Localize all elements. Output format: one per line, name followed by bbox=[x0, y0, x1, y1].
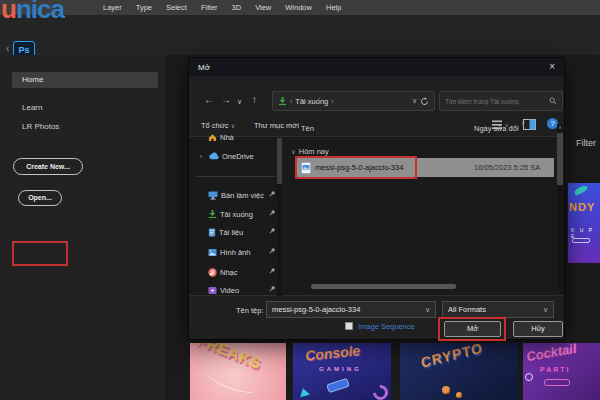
dialog-cancel-button[interactable]: Hủy bbox=[513, 321, 563, 337]
candy-title-fragment: NDY bbox=[569, 201, 595, 213]
breadcrumb-downloads[interactable]: Tải xuống bbox=[295, 97, 328, 106]
list-vertical-scrollbar[interactable]: ∧ bbox=[557, 124, 563, 290]
dialog-title: Mở bbox=[198, 63, 210, 72]
menu-item-layer[interactable]: Layer bbox=[96, 3, 129, 12]
back-chevron-icon[interactable]: ‹ bbox=[6, 43, 9, 54]
unica-logo: unica bbox=[1, 0, 64, 25]
pin-icon bbox=[268, 267, 276, 275]
tree-item-home[interactable]: Nhà bbox=[197, 129, 283, 145]
music-icon bbox=[208, 268, 217, 277]
open-button-annotation bbox=[438, 317, 506, 341]
filename-dropdown-icon[interactable]: ∨ bbox=[425, 306, 430, 314]
download-icon bbox=[208, 210, 217, 219]
console-title: Console bbox=[304, 343, 361, 364]
sidebar-item-home[interactable]: Home bbox=[12, 72, 158, 88]
create-new-button[interactable]: Create New... bbox=[13, 158, 83, 175]
image-sequence-label[interactable]: Image Sequence bbox=[358, 322, 415, 331]
crypto-title: CRYPTO bbox=[420, 343, 484, 371]
cocktail-ring-decoration bbox=[525, 373, 533, 381]
close-icon[interactable]: × bbox=[549, 62, 555, 72]
video-icon bbox=[208, 286, 217, 295]
pin-icon bbox=[268, 247, 276, 255]
nav-back-icon[interactable]: ← bbox=[204, 94, 214, 105]
menu-item-view[interactable]: View bbox=[248, 3, 278, 12]
tree-item-documents[interactable]: Tài liệu bbox=[197, 224, 283, 240]
downloads-icon bbox=[278, 97, 287, 106]
menu-item-select[interactable]: Select bbox=[159, 3, 194, 12]
breadcrumb-separator: › bbox=[331, 98, 333, 105]
open-button[interactable]: Open... bbox=[18, 190, 62, 206]
tree-divider bbox=[197, 176, 275, 177]
search-icon bbox=[549, 97, 557, 105]
image-sequence-checkbox[interactable] bbox=[345, 322, 353, 330]
document-icon bbox=[208, 228, 216, 237]
console-subtitle: GAMING bbox=[319, 366, 362, 372]
filename-input[interactable] bbox=[272, 305, 425, 314]
menu-item-window[interactable]: Window bbox=[278, 3, 319, 12]
sidebar-item-learn[interactable]: Learn bbox=[22, 103, 42, 112]
open-file-dialog: Mở × ← → ∨ ↑ › Tải xuống › ∨ Tổ chức ∨ T… bbox=[188, 57, 565, 340]
menu-item-filter[interactable]: Filter bbox=[194, 3, 225, 12]
open-button-annotation bbox=[12, 241, 68, 266]
cocktail-title: Cocktail bbox=[525, 343, 577, 364]
format-value: All Formats bbox=[448, 305, 543, 314]
menu-item-type[interactable]: Type bbox=[129, 3, 159, 12]
filename-label: Tên tệp: bbox=[236, 306, 264, 315]
crypto-coin-decoration bbox=[442, 386, 450, 394]
menu-item-3d[interactable]: 3D bbox=[225, 3, 249, 12]
menu-item-help[interactable]: Help bbox=[319, 3, 348, 12]
tree-item-videos[interactable]: Video bbox=[197, 282, 283, 298]
filter-label[interactable]: Filter bbox=[576, 138, 596, 148]
menu-bar: Layer Type Select Filter 3D View Window … bbox=[0, 0, 600, 15]
template-thumbnail-candy-mockup[interactable]: NDY K U P E bbox=[568, 183, 600, 263]
tree-item-downloads[interactable]: Tải xuống bbox=[197, 206, 283, 222]
tree-scrollbar[interactable] bbox=[277, 138, 282, 296]
console-moon-decoration bbox=[370, 382, 391, 400]
template-thumbnail-cocktail-party[interactable]: Cocktail PARTI bbox=[523, 343, 600, 400]
column-header-date-modified[interactable]: Ngày sửa đổi bbox=[474, 124, 519, 133]
expander-icon[interactable]: › bbox=[197, 153, 205, 160]
column-header-name[interactable]: Tên bbox=[301, 124, 314, 133]
image-icon bbox=[208, 248, 217, 257]
console-triangle-decoration bbox=[298, 387, 310, 397]
pin-icon bbox=[268, 190, 276, 198]
address-bar[interactable]: › Tải xuống › ∨ bbox=[272, 91, 435, 111]
address-dropdown-icon[interactable]: ∨ bbox=[412, 97, 417, 105]
nav-forward-icon[interactable]: → bbox=[221, 94, 231, 105]
group-header-today[interactable]: ∨Hôm nay bbox=[291, 147, 329, 156]
refresh-icon[interactable] bbox=[420, 97, 429, 106]
cloud-icon bbox=[208, 152, 219, 160]
console-phone-decoration bbox=[326, 378, 350, 393]
pin-icon bbox=[268, 285, 276, 293]
crypto-coin-decoration bbox=[456, 392, 462, 398]
pin-icon bbox=[268, 227, 276, 235]
tree-item-onedrive[interactable]: › OneDrive bbox=[197, 148, 283, 164]
house-icon bbox=[208, 133, 217, 142]
sidebar-item-lr-photos[interactable]: LR Photos bbox=[22, 122, 59, 131]
nav-recent-locations-icon[interactable]: ∨ bbox=[237, 98, 242, 106]
tree-item-pictures[interactable]: Hình ảnh bbox=[197, 244, 283, 260]
pin-icon bbox=[268, 209, 276, 217]
template-thumbnail-crypto[interactable]: CRYPTO bbox=[400, 343, 518, 400]
group-collapse-icon[interactable]: ∨ bbox=[291, 148, 296, 155]
file-date-modified: 16/05/2023 5:25 SA bbox=[474, 163, 540, 172]
scroll-up-icon[interactable]: ∧ bbox=[557, 124, 563, 130]
list-horizontal-scrollbar[interactable] bbox=[311, 284, 456, 289]
nav-up-icon[interactable]: ↑ bbox=[252, 94, 257, 105]
template-thumbnail-console-gaming[interactable]: Console GAMING bbox=[293, 343, 391, 400]
search-box[interactable] bbox=[439, 91, 563, 111]
sort-caret-icon: ∨ bbox=[521, 119, 525, 126]
file-annotation bbox=[295, 156, 417, 179]
format-dropdown-icon[interactable]: ∨ bbox=[543, 306, 548, 314]
template-thumbnail-freaks[interactable]: FREAKS bbox=[190, 343, 286, 400]
tree-item-desktop[interactable]: Bàn làm việc bbox=[197, 187, 283, 203]
monitor-icon bbox=[208, 191, 218, 200]
candy-leaf-decoration bbox=[573, 184, 588, 195]
cocktail-pill-decoration bbox=[544, 379, 570, 386]
filename-combobox[interactable]: ∨ bbox=[266, 301, 436, 318]
app-header: ‹ Ps bbox=[0, 15, 600, 55]
tree-item-music[interactable]: Nhạc bbox=[197, 264, 283, 280]
format-select[interactable]: All Formats ∨ bbox=[442, 301, 554, 318]
search-input[interactable] bbox=[445, 98, 549, 105]
dialog-titlebar[interactable]: Mở × bbox=[189, 58, 564, 76]
